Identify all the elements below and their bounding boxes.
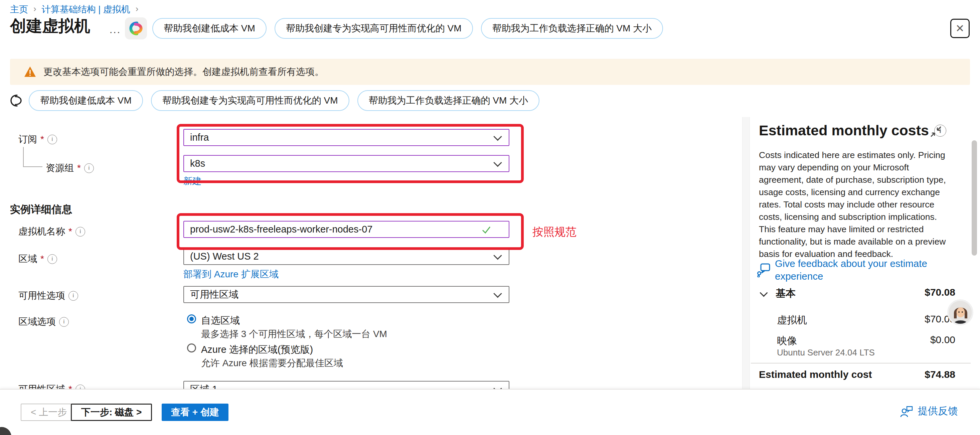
required-asterisk: *: [77, 163, 81, 174]
availability-options-dropdown[interactable]: 可用性区域: [183, 286, 509, 303]
vm-name-annotation: 按照规范: [533, 225, 576, 239]
region-dropdown[interactable]: (US) West US 2: [183, 248, 509, 265]
region-label: 区域 * i: [18, 253, 57, 265]
self-selected-zones-radio[interactable]: [187, 314, 196, 323]
cost-basic-value: $70.08: [924, 287, 955, 298]
estimate-feedback-text: Give feedback about your estimate experi…: [775, 257, 942, 283]
give-feedback-text: 提供反馈: [918, 404, 958, 418]
required-asterisk: *: [40, 253, 44, 264]
cost-image-value: $0.00: [930, 334, 955, 346]
chevron-down-icon: [493, 289, 502, 298]
collapse-icon: [930, 126, 942, 138]
warning-banner: 更改基本选项可能会重置所做的选择。创建虚拟机前查看所有选项。: [10, 59, 970, 85]
cost-total-label: Estimated monthly cost: [759, 369, 872, 380]
content-scrollbar-track[interactable]: [742, 117, 750, 389]
chevron-right-icon: ›: [135, 4, 138, 14]
zone-options-label: 区域选项 i: [18, 315, 69, 328]
previous-step-button[interactable]: < 上一步: [21, 403, 77, 421]
region-value: (US) West US 2: [190, 251, 259, 262]
cost-panel-title: Estimated monthly costs i: [759, 122, 946, 139]
chevron-down-icon: [493, 132, 502, 141]
tree-connector: [23, 166, 43, 167]
cost-total-value: $74.88: [924, 369, 955, 380]
copilot-outline-icon: [8, 92, 24, 110]
page-title: 创建虚拟机: [10, 15, 90, 37]
help-vm-size-button[interactable]: 帮助我为工作负载选择正确的 VM 大小: [481, 18, 663, 39]
help-high-availability-vm-button[interactable]: 帮助我创建专为实现高可用性而优化的 VM: [275, 18, 473, 39]
avatar-image: [949, 301, 972, 324]
info-icon[interactable]: i: [84, 163, 94, 173]
required-asterisk: *: [40, 134, 44, 145]
assistant-avatar[interactable]: [947, 300, 973, 325]
info-icon[interactable]: i: [48, 254, 57, 264]
required-asterisk: *: [68, 226, 72, 237]
warning-icon: [24, 66, 36, 78]
subscription-dropdown[interactable]: infra: [183, 129, 509, 146]
resource-group-value: k8s: [190, 158, 205, 169]
breadcrumb-link-virtual-machines[interactable]: 计算基础结构 | 虚拟机: [42, 3, 130, 15]
copilot-button[interactable]: [125, 18, 147, 40]
subscription-value: infra: [190, 132, 209, 143]
copilot-help-buttons: 帮助我创建低成本 VM 帮助我创建专为实现高可用性而优化的 VM 帮助我为工作负…: [29, 90, 539, 111]
give-feedback-link[interactable]: 提供反馈: [900, 404, 958, 418]
chevron-right-icon: ›: [33, 4, 37, 14]
create-vm-page: 主页 › 计算基础结构 | 虚拟机 › 创建虚拟机 ... 帮助我创建低成本 V…: [0, 0, 980, 435]
close-icon: ✕: [956, 22, 965, 35]
deploy-extended-zones-link[interactable]: 部署到 Azure 扩展区域: [183, 268, 278, 280]
info-icon[interactable]: i: [48, 135, 57, 144]
valid-check-icon: [481, 225, 492, 237]
cost-image-label: 映像: [777, 334, 797, 348]
copilot-icon: [128, 21, 144, 36]
chevron-down-icon[interactable]: [760, 288, 768, 297]
person-feedback-icon: [900, 405, 913, 418]
review-create-button[interactable]: 查看 + 创建: [162, 403, 229, 421]
chevron-down-icon: [493, 158, 502, 167]
close-button[interactable]: ✕: [950, 19, 970, 38]
vm-name-label: 虚拟机名称 * i: [18, 225, 85, 238]
info-icon[interactable]: i: [75, 227, 85, 237]
help-vm-size-button[interactable]: 帮助我为工作负载选择正确的 VM 大小: [357, 90, 540, 111]
self-selected-zones-description: 最多选择 3 个可用性区域，每个区域一台 VM: [201, 328, 387, 341]
cost-panel-description: Costs indicated here are estimates only.…: [759, 149, 954, 260]
feedback-bubbles-icon: [757, 262, 771, 277]
availability-options-label: 可用性选项 i: [18, 289, 78, 302]
help-high-availability-vm-button[interactable]: 帮助我创建专为实现高可用性而优化的 VM: [151, 90, 349, 111]
divider: [751, 363, 970, 363]
chevron-down-icon: [493, 251, 502, 260]
header-help-buttons: 帮助我创建低成本 VM 帮助我创建专为实现高可用性而优化的 VM 帮助我为工作负…: [152, 18, 663, 39]
azure-selected-zones-radio[interactable]: [187, 343, 196, 352]
tree-connector: [23, 147, 24, 167]
help-low-cost-vm-button[interactable]: 帮助我创建低成本 VM: [152, 18, 267, 39]
azure-selected-zones-radio-label[interactable]: Azure 选择的区域(预览版): [201, 343, 313, 357]
breadcrumb-link-home[interactable]: 主页: [10, 3, 28, 15]
info-icon[interactable]: i: [68, 291, 78, 301]
subscription-label: 订阅 * i: [18, 133, 57, 146]
cost-image-subtitle: Ubuntu Server 24.04 LTS: [777, 347, 875, 358]
footer-bar: < 上一步 下一步: 磁盘 > 查看 + 创建 提供反馈: [0, 389, 980, 435]
next-step-disks-button[interactable]: 下一步: 磁盘 >: [71, 403, 152, 421]
instance-details-heading: 实例详细信息: [10, 202, 72, 217]
help-low-cost-vm-button[interactable]: 帮助我创建低成本 VM: [29, 90, 143, 111]
estimate-feedback-link[interactable]: Give feedback about your estimate experi…: [757, 257, 951, 283]
info-icon[interactable]: i: [59, 317, 69, 327]
vm-name-input[interactable]: prod-usw2-k8s-freeleaps-worker-nodes-07: [183, 221, 509, 238]
cost-basic-label[interactable]: 基本: [776, 287, 795, 300]
resource-group-dropdown[interactable]: k8s: [183, 155, 509, 172]
breadcrumb: 主页 › 计算基础结构 | 虚拟机 ›: [10, 3, 138, 15]
azure-selected-zones-description: 允许 Azure 根据需要分配最佳区域: [201, 357, 343, 370]
self-selected-zones-radio-label[interactable]: 自选区域: [201, 314, 240, 327]
more-menu-button[interactable]: ...: [110, 24, 121, 35]
panel-scrollbar-thumb[interactable]: [972, 140, 977, 256]
create-new-resource-group-link[interactable]: 新建: [183, 175, 201, 187]
availability-options-value: 可用性区域: [190, 288, 239, 301]
vm-name-value: prod-usw2-k8s-freeleaps-worker-nodes-07: [190, 224, 372, 235]
collapse-panel-button[interactable]: [930, 126, 942, 139]
resource-group-label: 资源组 * i: [46, 162, 94, 174]
cost-vm-label: 虚拟机: [777, 313, 807, 327]
warning-text: 更改基本选项可能会重置所做的选择。创建虚拟机前查看所有选项。: [43, 65, 324, 78]
